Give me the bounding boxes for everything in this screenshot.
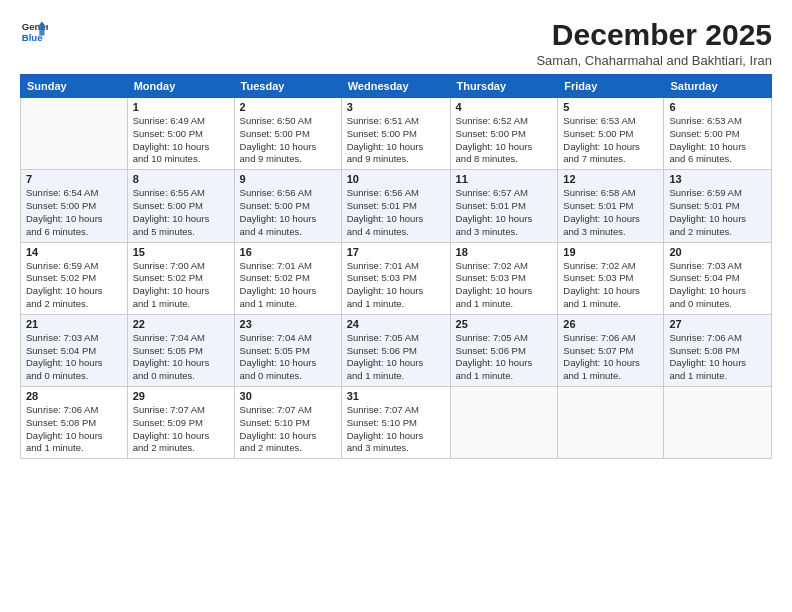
day-info: Sunrise: 7:07 AM Sunset: 5:10 PM Dayligh…	[240, 404, 336, 455]
day-info: Sunrise: 6:49 AM Sunset: 5:00 PM Dayligh…	[133, 115, 229, 166]
day-number: 24	[347, 318, 445, 330]
table-row: 6Sunrise: 6:53 AM Sunset: 5:00 PM Daylig…	[664, 98, 772, 170]
day-number: 12	[563, 173, 658, 185]
calendar-week-row: 14Sunrise: 6:59 AM Sunset: 5:02 PM Dayli…	[21, 242, 772, 314]
day-info: Sunrise: 7:05 AM Sunset: 5:06 PM Dayligh…	[456, 332, 553, 383]
table-row: 5Sunrise: 6:53 AM Sunset: 5:00 PM Daylig…	[558, 98, 664, 170]
table-row	[558, 387, 664, 459]
day-number: 30	[240, 390, 336, 402]
table-row: 7Sunrise: 6:54 AM Sunset: 5:00 PM Daylig…	[21, 170, 128, 242]
table-row: 3Sunrise: 6:51 AM Sunset: 5:00 PM Daylig…	[341, 98, 450, 170]
day-info: Sunrise: 6:51 AM Sunset: 5:00 PM Dayligh…	[347, 115, 445, 166]
day-info: Sunrise: 7:05 AM Sunset: 5:06 PM Dayligh…	[347, 332, 445, 383]
day-info: Sunrise: 6:54 AM Sunset: 5:00 PM Dayligh…	[26, 187, 122, 238]
day-number: 7	[26, 173, 122, 185]
table-row: 25Sunrise: 7:05 AM Sunset: 5:06 PM Dayli…	[450, 314, 558, 386]
day-info: Sunrise: 7:06 AM Sunset: 5:07 PM Dayligh…	[563, 332, 658, 383]
col-tuesday: Tuesday	[234, 75, 341, 98]
calendar-week-row: 7Sunrise: 6:54 AM Sunset: 5:00 PM Daylig…	[21, 170, 772, 242]
table-row: 17Sunrise: 7:01 AM Sunset: 5:03 PM Dayli…	[341, 242, 450, 314]
table-row: 23Sunrise: 7:04 AM Sunset: 5:05 PM Dayli…	[234, 314, 341, 386]
day-info: Sunrise: 7:06 AM Sunset: 5:08 PM Dayligh…	[26, 404, 122, 455]
table-row: 27Sunrise: 7:06 AM Sunset: 5:08 PM Dayli…	[664, 314, 772, 386]
subtitle: Saman, Chaharmahal and Bakhtiari, Iran	[536, 53, 772, 68]
table-row: 12Sunrise: 6:58 AM Sunset: 5:01 PM Dayli…	[558, 170, 664, 242]
day-number: 21	[26, 318, 122, 330]
table-row: 19Sunrise: 7:02 AM Sunset: 5:03 PM Dayli…	[558, 242, 664, 314]
col-monday: Monday	[127, 75, 234, 98]
table-row: 9Sunrise: 6:56 AM Sunset: 5:00 PM Daylig…	[234, 170, 341, 242]
day-info: Sunrise: 7:06 AM Sunset: 5:08 PM Dayligh…	[669, 332, 766, 383]
day-info: Sunrise: 6:59 AM Sunset: 5:01 PM Dayligh…	[669, 187, 766, 238]
day-info: Sunrise: 6:59 AM Sunset: 5:02 PM Dayligh…	[26, 260, 122, 311]
day-info: Sunrise: 7:04 AM Sunset: 5:05 PM Dayligh…	[133, 332, 229, 383]
table-row: 2Sunrise: 6:50 AM Sunset: 5:00 PM Daylig…	[234, 98, 341, 170]
table-row: 31Sunrise: 7:07 AM Sunset: 5:10 PM Dayli…	[341, 387, 450, 459]
day-number: 10	[347, 173, 445, 185]
table-row: 1Sunrise: 6:49 AM Sunset: 5:00 PM Daylig…	[127, 98, 234, 170]
svg-marker-2	[39, 25, 44, 36]
table-row: 15Sunrise: 7:00 AM Sunset: 5:02 PM Dayli…	[127, 242, 234, 314]
table-row: 8Sunrise: 6:55 AM Sunset: 5:00 PM Daylig…	[127, 170, 234, 242]
table-row: 13Sunrise: 6:59 AM Sunset: 5:01 PM Dayli…	[664, 170, 772, 242]
col-saturday: Saturday	[664, 75, 772, 98]
calendar-header-row: Sunday Monday Tuesday Wednesday Thursday…	[21, 75, 772, 98]
day-info: Sunrise: 6:53 AM Sunset: 5:00 PM Dayligh…	[669, 115, 766, 166]
logo-icon: General Blue	[20, 18, 48, 46]
table-row: 29Sunrise: 7:07 AM Sunset: 5:09 PM Dayli…	[127, 387, 234, 459]
day-number: 5	[563, 101, 658, 113]
day-info: Sunrise: 7:03 AM Sunset: 5:04 PM Dayligh…	[669, 260, 766, 311]
table-row: 11Sunrise: 6:57 AM Sunset: 5:01 PM Dayli…	[450, 170, 558, 242]
page: General Blue December 2025 Saman, Chahar…	[0, 0, 792, 612]
table-row: 4Sunrise: 6:52 AM Sunset: 5:00 PM Daylig…	[450, 98, 558, 170]
day-info: Sunrise: 7:04 AM Sunset: 5:05 PM Dayligh…	[240, 332, 336, 383]
day-number: 2	[240, 101, 336, 113]
table-row: 30Sunrise: 7:07 AM Sunset: 5:10 PM Dayli…	[234, 387, 341, 459]
day-number: 18	[456, 246, 553, 258]
day-info: Sunrise: 6:50 AM Sunset: 5:00 PM Dayligh…	[240, 115, 336, 166]
table-row: 21Sunrise: 7:03 AM Sunset: 5:04 PM Dayli…	[21, 314, 128, 386]
day-number: 26	[563, 318, 658, 330]
calendar-week-row: 1Sunrise: 6:49 AM Sunset: 5:00 PM Daylig…	[21, 98, 772, 170]
logo: General Blue	[20, 18, 50, 46]
title-section: December 2025 Saman, Chaharmahal and Bak…	[536, 18, 772, 68]
col-friday: Friday	[558, 75, 664, 98]
calendar-week-row: 28Sunrise: 7:06 AM Sunset: 5:08 PM Dayli…	[21, 387, 772, 459]
calendar-week-row: 21Sunrise: 7:03 AM Sunset: 5:04 PM Dayli…	[21, 314, 772, 386]
day-number: 1	[133, 101, 229, 113]
day-number: 27	[669, 318, 766, 330]
day-info: Sunrise: 7:07 AM Sunset: 5:09 PM Dayligh…	[133, 404, 229, 455]
table-row: 26Sunrise: 7:06 AM Sunset: 5:07 PM Dayli…	[558, 314, 664, 386]
day-number: 25	[456, 318, 553, 330]
table-row: 10Sunrise: 6:56 AM Sunset: 5:01 PM Dayli…	[341, 170, 450, 242]
day-number: 4	[456, 101, 553, 113]
day-info: Sunrise: 6:55 AM Sunset: 5:00 PM Dayligh…	[133, 187, 229, 238]
day-info: Sunrise: 7:02 AM Sunset: 5:03 PM Dayligh…	[456, 260, 553, 311]
day-number: 9	[240, 173, 336, 185]
day-info: Sunrise: 6:58 AM Sunset: 5:01 PM Dayligh…	[563, 187, 658, 238]
col-thursday: Thursday	[450, 75, 558, 98]
day-number: 28	[26, 390, 122, 402]
col-sunday: Sunday	[21, 75, 128, 98]
table-row: 14Sunrise: 6:59 AM Sunset: 5:02 PM Dayli…	[21, 242, 128, 314]
day-info: Sunrise: 6:57 AM Sunset: 5:01 PM Dayligh…	[456, 187, 553, 238]
day-number: 13	[669, 173, 766, 185]
month-title: December 2025	[536, 18, 772, 51]
day-number: 3	[347, 101, 445, 113]
col-wednesday: Wednesday	[341, 75, 450, 98]
day-number: 31	[347, 390, 445, 402]
day-number: 20	[669, 246, 766, 258]
header: General Blue December 2025 Saman, Chahar…	[20, 18, 772, 68]
table-row	[21, 98, 128, 170]
day-number: 8	[133, 173, 229, 185]
day-info: Sunrise: 6:52 AM Sunset: 5:00 PM Dayligh…	[456, 115, 553, 166]
day-number: 29	[133, 390, 229, 402]
table-row: 24Sunrise: 7:05 AM Sunset: 5:06 PM Dayli…	[341, 314, 450, 386]
day-info: Sunrise: 6:56 AM Sunset: 5:00 PM Dayligh…	[240, 187, 336, 238]
day-info: Sunrise: 7:01 AM Sunset: 5:03 PM Dayligh…	[347, 260, 445, 311]
day-number: 14	[26, 246, 122, 258]
day-info: Sunrise: 7:03 AM Sunset: 5:04 PM Dayligh…	[26, 332, 122, 383]
day-number: 17	[347, 246, 445, 258]
day-info: Sunrise: 7:01 AM Sunset: 5:02 PM Dayligh…	[240, 260, 336, 311]
day-number: 11	[456, 173, 553, 185]
